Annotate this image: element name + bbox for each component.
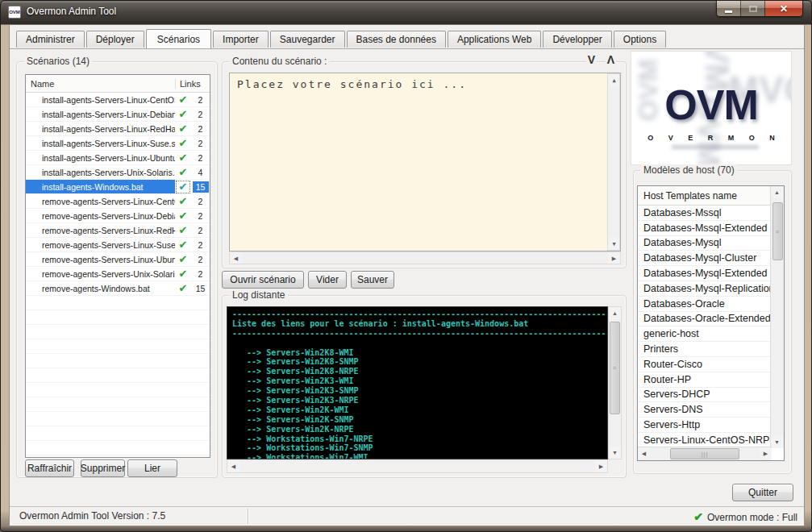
minimize-icon: [725, 10, 732, 13]
scenario-row[interactable]: remove-agents-Servers-Linux-Debian.sh✔2: [26, 209, 210, 223]
scroll-right-icon[interactable]: ▶: [608, 252, 620, 264]
scenario-row[interactable]: install-agents-Servers-Linux-RedHat.sh✔2: [26, 122, 210, 136]
scenarios-list-header[interactable]: Name Links: [26, 75, 210, 93]
save-button[interactable]: Sauver: [351, 271, 394, 289]
host-template-item[interactable]: Databases-Mysql: [638, 236, 770, 251]
mode-text: ✔Overmon mode : Full: [693, 510, 797, 523]
host-template-item[interactable]: Databases-Mssql-Extended: [638, 221, 770, 236]
tab-administrer[interactable]: Administrer: [16, 31, 85, 48]
tab-developper[interactable]: Développer: [543, 31, 611, 48]
log-line: ----------------------------------------…: [232, 310, 602, 319]
refresh-button[interactable]: Raffraîchir: [25, 459, 74, 477]
hosts-vscroll-thumb[interactable]: ≡: [772, 202, 783, 260]
scroll-left-icon[interactable]: ◀: [230, 252, 242, 264]
host-template-item[interactable]: Databases-Mysql-Cluster: [638, 251, 770, 266]
host-template-item[interactable]: Servers-Linux-CentOS-NRPE: [638, 433, 770, 447]
list-empty-row: [26, 441, 210, 455]
scenario-row[interactable]: install-agents-Servers-Linux-CentOS.sh✔2: [26, 93, 210, 107]
links-badge: 2: [193, 239, 209, 251]
scenario-row[interactable]: remove-agents-Servers-Linux-Suse.sh✔2: [26, 238, 210, 252]
titlebar[interactable]: OVM Overmon Admin Tool ✕: [1, 1, 811, 24]
tab-bases-de-donnees[interactable]: Bases de données: [347, 31, 446, 48]
scenario-row[interactable]: remove-agents-Servers-Linux-Ubuntu.sh✔2: [26, 252, 210, 267]
log-line: --> Servers-Win2K-WMI: [232, 405, 602, 415]
minimize-button[interactable]: [717, 1, 741, 16]
scroll-down-icon[interactable]: ▼: [609, 447, 621, 459]
links-badge: 2: [193, 268, 209, 280]
open-scenario-button[interactable]: Ouvrir scénario: [222, 271, 304, 289]
editor-vscrollbar[interactable]: ▲ ▼: [607, 73, 620, 251]
maximize-button[interactable]: [741, 1, 765, 16]
tab-deployer[interactable]: Déployer: [86, 31, 144, 48]
scroll-left-icon[interactable]: ◀: [227, 460, 239, 472]
host-template-item[interactable]: Servers-DHCP: [638, 388, 770, 403]
host-template-item[interactable]: Servers-Http: [638, 418, 770, 433]
scroll-down-icon[interactable]: ▼: [771, 436, 783, 448]
host-template-item[interactable]: Databases-Mssql: [638, 206, 770, 221]
links-badge: 2: [193, 152, 209, 164]
tab-applications-web[interactable]: Applications Web: [448, 31, 542, 48]
hosts-vscrollbar[interactable]: ▲ ≡ ▼: [770, 186, 784, 448]
check-icon: ✔: [175, 238, 191, 252]
status-divider: [248, 509, 248, 524]
host-template-item[interactable]: generic-host: [638, 326, 770, 342]
list-empty-row: [26, 354, 210, 368]
clear-button[interactable]: Vider: [308, 271, 347, 289]
scenario-row[interactable]: remove-agents-Servers-Unix-Solaris.sh✔2: [26, 267, 210, 281]
scenarios-list[interactable]: Name Links install-agents-Servers-Linux-…: [25, 74, 210, 458]
scenario-row[interactable]: install-agents-Servers-Linux-Debian.sh✔2: [26, 107, 210, 122]
host-template-item[interactable]: Router-HP: [638, 372, 770, 388]
scenario-row[interactable]: install-agents-Servers-Linux-Suse.sh✔2: [26, 136, 210, 151]
scroll-right-icon[interactable]: ▶: [760, 447, 772, 459]
remote-log-console[interactable]: ----------------------------------------…: [227, 306, 608, 459]
link-button[interactable]: Lier: [127, 459, 177, 477]
log-vscrollbar[interactable]: ▲ ≡ ▼: [608, 306, 622, 459]
column-name[interactable]: Name: [26, 79, 175, 89]
scroll-up-icon[interactable]: ▲: [771, 186, 783, 198]
scroll-up-icon[interactable]: ▲: [609, 307, 621, 319]
log-hscrollbar[interactable]: ◀ ▶: [227, 459, 608, 473]
scenario-row[interactable]: remove-agents-Servers-Linux-RedHat.sh✔2: [26, 223, 210, 238]
host-template-item[interactable]: Printers: [638, 342, 770, 357]
hosts-hscroll-thumb[interactable]: |||: [670, 448, 739, 459]
column-links[interactable]: Links: [175, 79, 210, 89]
quit-button[interactable]: Quitter: [732, 484, 793, 501]
check-icon: ✔: [175, 122, 191, 136]
host-template-item[interactable]: Databases-Oracle: [638, 297, 770, 312]
hosts-hscrollbar[interactable]: ◀ ||| ▶: [638, 447, 772, 460]
tab-importer[interactable]: Importer: [213, 31, 269, 48]
log-line: --> Workstations-Win7-SNMP: [232, 443, 602, 453]
scroll-right-icon[interactable]: ▶: [595, 460, 607, 472]
close-button[interactable]: ✕: [765, 1, 802, 16]
check-icon: ✔: [175, 252, 191, 267]
scenario-editor-text: Placez votre scénario ici ...: [237, 78, 467, 90]
tab-options[interactable]: Options: [614, 31, 666, 48]
scroll-left-icon[interactable]: ◀: [638, 447, 650, 459]
scenario-row[interactable]: install-agents-Servers-Linux-Ubuntu.sh✔2: [26, 151, 210, 165]
scenario-row[interactable]: install-agents-Windows.bat✔15: [26, 180, 210, 194]
collapse-down-control[interactable]: V: [586, 53, 597, 66]
log-vscroll-thumb[interactable]: ≡: [610, 322, 620, 414]
host-templates-header[interactable]: Host Templates name: [638, 186, 770, 206]
host-template-item[interactable]: Router-Cisco: [638, 357, 770, 372]
scenario-row[interactable]: remove-agents-Windows.bat✔15: [26, 281, 210, 296]
version-text: Overmon Admin Tool Version : 7.5: [19, 510, 165, 522]
scenario-row[interactable]: install-agents-Servers-Unix-Solaris.sh✔4: [26, 165, 210, 180]
host-template-item[interactable]: Databases-Oracle-Extended: [638, 312, 770, 327]
scenario-links-count: 2: [191, 254, 210, 265]
editor-hscrollbar[interactable]: ◀ ▶: [229, 251, 621, 264]
host-template-item[interactable]: Databases-Mysql-Extended: [638, 266, 770, 281]
tab-sauvegarder[interactable]: Sauvegarder: [270, 31, 345, 48]
status-bar: Overmon Admin Tool Version : 7.5 ✔Overmo…: [10, 506, 804, 526]
tab-scenarios[interactable]: Scénarios: [146, 29, 211, 48]
host-templates-list[interactable]: Host Templates name Databases-MssqlDatab…: [637, 185, 785, 461]
scenario-editor[interactable]: Placez votre scénario ici ... ▲ ▼: [229, 73, 621, 251]
delete-button[interactable]: Supprimer: [81, 459, 125, 477]
host-template-item[interactable]: Databases-Mysql-Replication: [638, 281, 770, 297]
scenario-row[interactable]: remove-agents-Servers-Linux-CentOS.sh✔2: [26, 194, 210, 209]
log-group-title: Log distante: [229, 289, 288, 301]
host-template-item[interactable]: Servers-DNS: [638, 402, 770, 418]
scroll-up-icon[interactable]: ▲: [608, 74, 620, 86]
scroll-down-icon[interactable]: ▼: [608, 238, 620, 250]
collapse-up-control[interactable]: Λ: [606, 53, 616, 66]
